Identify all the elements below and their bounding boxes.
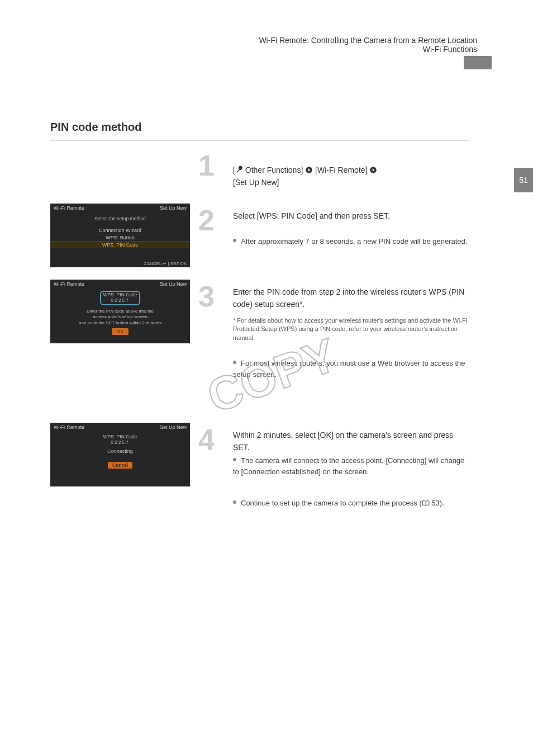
shot1-left: Wi-Fi Remote bbox=[54, 205, 84, 211]
bullet-icon bbox=[233, 500, 236, 504]
step-4-bullet2-pre: Continue to set up the camera to complet… bbox=[241, 499, 422, 507]
page-title: PIN code method bbox=[50, 121, 141, 134]
shot2-line1: Enter the PIN code above into the bbox=[50, 309, 190, 314]
screenshot-header: Wi-Fi Remote Set Up New bbox=[50, 280, 190, 289]
step-4-text: Within 2 minutes, select [OK] on the cam… bbox=[233, 429, 468, 453]
shot3-box-top: WPS: PIN Code bbox=[103, 434, 137, 440]
arrow-right-icon bbox=[305, 166, 313, 174]
step-1-mid2: [Wi-Fi Remote] bbox=[315, 166, 369, 174]
cancel-button[interactable]: Cancel bbox=[108, 462, 132, 469]
step-1-number: 1 bbox=[198, 149, 215, 182]
shot2-line3: and push the SET button within 2 minutes bbox=[50, 320, 190, 326]
step-3-text: Enter the PIN code from step 2 into the … bbox=[233, 286, 468, 310]
screenshot-setup-method: Wi-Fi Remote Set Up New Select the setup… bbox=[50, 204, 190, 267]
arrow-right-icon bbox=[369, 166, 377, 174]
step-1-post: [Set Up New] bbox=[233, 178, 279, 187]
pin-display: WPS: PIN Code 02257 bbox=[103, 434, 137, 445]
step-3-note: * For details about how to access your w… bbox=[233, 316, 468, 342]
step-3-number: 3 bbox=[198, 280, 215, 313]
step-3-bullet: For most wireless routers, you must use … bbox=[233, 358, 468, 380]
shot3-pin-box: WPS: PIN Code 02257 bbox=[50, 434, 190, 445]
shot1-right: Set Up New bbox=[160, 205, 187, 211]
screenshot-header: Wi-Fi Remote Set Up New bbox=[50, 423, 190, 432]
shot2-instructions: Enter the PIN code above into the access… bbox=[50, 309, 190, 326]
shot1-opt2: WPS: Button bbox=[50, 234, 190, 242]
step-4-bullet1: The camera will connect to the access po… bbox=[233, 455, 468, 477]
shot3-left: Wi-Fi Remote bbox=[54, 424, 84, 430]
bullet-icon bbox=[233, 361, 236, 364]
step-1-text: [ Other Functions] [Wi-Fi Remote] [Set U… bbox=[233, 164, 468, 188]
book-icon bbox=[422, 500, 430, 507]
shot1-footer: CANCEL ↩ | SET OK bbox=[144, 261, 187, 266]
shot2-box-top: WPS: PIN Code bbox=[103, 292, 137, 297]
title-divider bbox=[50, 140, 469, 140]
shot1-opt1: Connection Wizard bbox=[50, 227, 190, 234]
step-4: 4 Within 2 minutes, select [OK] on the c… bbox=[198, 425, 467, 454]
section-marker bbox=[464, 56, 492, 69]
step-4-bullet1-text: The camera will connect to the access po… bbox=[233, 456, 464, 476]
screenshot-connecting: Wi-Fi Remote Set Up New WPS: PIN Code 02… bbox=[50, 423, 190, 486]
shot2-box-code: 02257 bbox=[103, 297, 137, 303]
page-number: 51 bbox=[519, 176, 528, 185]
shot1-subtitle: Select the setup method bbox=[50, 216, 190, 221]
header-line2: Wi-Fi Functions bbox=[259, 45, 477, 54]
pin-highlight-box: WPS: PIN Code 02257 bbox=[100, 291, 141, 305]
bullet-icon bbox=[233, 239, 236, 242]
shot1-opt3-selected: WPS: PIN Code bbox=[50, 242, 190, 248]
step-4-number: 4 bbox=[198, 423, 215, 456]
step-1-mid1: Other Functions] bbox=[243, 166, 305, 174]
screenshot-header: Wi-Fi Remote Set Up New bbox=[50, 204, 190, 212]
shot3-box-code: 02257 bbox=[103, 440, 137, 445]
shot2-line2: access point's setup screen bbox=[50, 314, 190, 320]
step-2-number: 2 bbox=[198, 204, 215, 237]
wrench-icon bbox=[235, 166, 243, 174]
step-4-bullet2-ref: 53). bbox=[430, 499, 444, 507]
shot3-right: Set Up New bbox=[160, 424, 187, 430]
step-1: 1 [ Other Functions] [Wi-Fi Remote] [Set… bbox=[198, 151, 467, 180]
screenshot-pin-code: Wi-Fi Remote Set Up New WPS: PIN Code 02… bbox=[50, 280, 190, 343]
shot3-cancel-wrap: Cancel bbox=[50, 460, 190, 469]
page-number-tab: 51 bbox=[514, 168, 533, 192]
step-3-bullet-text: For most wireless routers, you must use … bbox=[233, 359, 465, 379]
shot2-left: Wi-Fi Remote bbox=[54, 281, 84, 287]
page-root: Wi-Fi Remote: Controlling the Camera fro… bbox=[0, 0, 533, 756]
step-2-bullet-text: After approximately 7 or 8 seconds, a ne… bbox=[241, 237, 467, 245]
shot3-status: Connecting bbox=[50, 448, 190, 454]
header-line1: Wi-Fi Remote: Controlling the Camera fro… bbox=[259, 36, 477, 45]
step-4-bullet2: Continue to set up the camera to complet… bbox=[233, 498, 468, 509]
step-2: 2 Select [WPS: PIN Code] and then press … bbox=[198, 206, 467, 235]
shot2-right: Set Up New bbox=[160, 281, 187, 287]
step-2-text: Select [WPS: PIN Code] and then press SE… bbox=[233, 210, 468, 223]
shot2-pin-box: WPS: PIN Code 02257 bbox=[50, 289, 190, 308]
step-2-bullet: After approximately 7 or 8 seconds, a ne… bbox=[233, 236, 468, 247]
step-3: 3 Enter the PIN code from step 2 into th… bbox=[198, 282, 467, 311]
shot2-ok-wrap: OK bbox=[50, 326, 190, 335]
shot1-options: Connection Wizard WPS: Button WPS: PIN C… bbox=[50, 227, 190, 248]
ok-button[interactable]: OK bbox=[112, 328, 128, 335]
bullet-icon bbox=[233, 458, 236, 461]
page-header: Wi-Fi Remote: Controlling the Camera fro… bbox=[259, 36, 477, 54]
